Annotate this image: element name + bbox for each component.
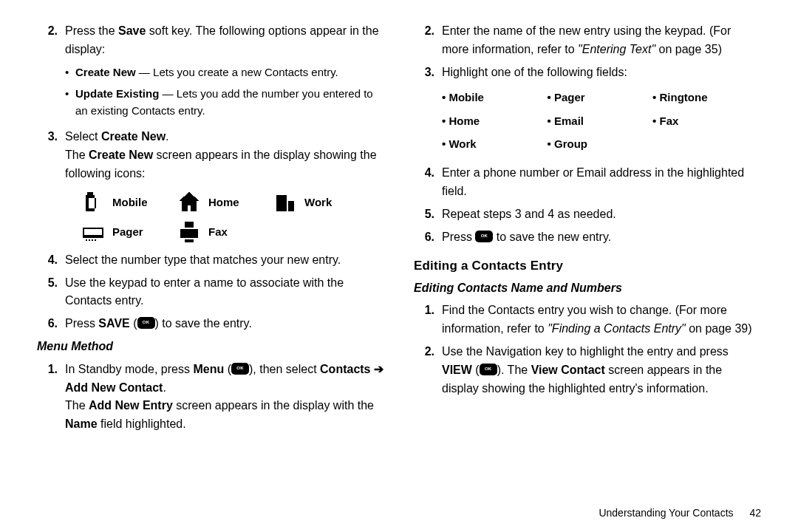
- left-step-6: 6. Press SAVE () to save the entry.: [37, 315, 384, 333]
- mobile-icon: [81, 191, 105, 214]
- field-group: Group: [548, 132, 653, 155]
- icon-pager: Pager: [81, 220, 177, 244]
- bullet-create-new: Create New — Lets you create a new Conta…: [65, 64, 384, 81]
- footer-section: Understanding Your Contacts: [598, 507, 733, 519]
- field-mobile: Mobile: [442, 86, 548, 109]
- left-column: 2. Press the Save soft key. The followin…: [22, 22, 399, 525]
- icon-work: Work: [273, 191, 369, 214]
- pager-icon: [81, 220, 105, 244]
- icon-home: Home: [177, 191, 273, 214]
- ok-icon: [137, 317, 155, 329]
- menu-method-heading: Menu Method: [37, 338, 384, 356]
- right-step-4: 4. Enter a phone number or Email address…: [414, 164, 761, 201]
- left-step-3: 3. Select Create New. The Create New scr…: [37, 128, 384, 183]
- footer: Understanding Your Contacts 42: [598, 507, 761, 519]
- field-ringtone: Ringtone: [652, 86, 758, 109]
- icon-grid: Mobile Home Work: [81, 191, 384, 244]
- field-grid: Mobile Pager Ringtone Home Email Fax Wor…: [442, 86, 761, 155]
- fax-icon: [177, 220, 201, 244]
- field-fax: Fax: [652, 109, 758, 132]
- right-step-3: 3. Highlight one of the following fields…: [414, 64, 761, 160]
- right-step-5: 5. Repeat steps 3 and 4 as needed.: [414, 205, 761, 224]
- edit-step-1: 1. Find the Contacts entry you wish to c…: [414, 301, 761, 338]
- icon-mobile: Mobile: [81, 191, 177, 214]
- ok-icon: [480, 364, 497, 375]
- page: 2. Press the Save soft key. The followin…: [0, 0, 798, 532]
- footer-page: 42: [749, 507, 761, 519]
- field-work: Work: [442, 132, 548, 155]
- editing-heading: Editing a Contacts Entry: [414, 256, 761, 276]
- right-column: 2. Enter the name of the new entry using…: [399, 22, 776, 525]
- field-home: Home: [442, 109, 548, 132]
- ok-icon: [231, 363, 249, 375]
- left-step-2: 2. Press the Save soft key. The followin…: [37, 22, 384, 123]
- icon-fax: Fax: [177, 220, 273, 244]
- editing-sub-heading: Editing Contacts Name and Numbers: [414, 279, 761, 298]
- menu-step-1: 1. In Standby mode, press Menu (), then …: [37, 361, 384, 434]
- work-icon: [273, 191, 297, 214]
- bullet-update-existing: Update Existing — Lets you add the numbe…: [65, 85, 384, 120]
- right-step-2: 2. Enter the name of the new entry using…: [414, 22, 761, 59]
- field-email: Email: [548, 109, 653, 132]
- field-pager: Pager: [548, 86, 653, 109]
- home-icon: [177, 191, 201, 214]
- ok-icon: [475, 231, 493, 242]
- left-step-5: 5. Use the keypad to enter a name to ass…: [37, 274, 384, 311]
- left-step-4: 4. Select the number type that matches y…: [37, 251, 384, 270]
- right-step-6: 6. Press to save the new entry.: [414, 228, 761, 247]
- edit-step-2: 2. Use the Navigation key to highlight t…: [414, 343, 761, 398]
